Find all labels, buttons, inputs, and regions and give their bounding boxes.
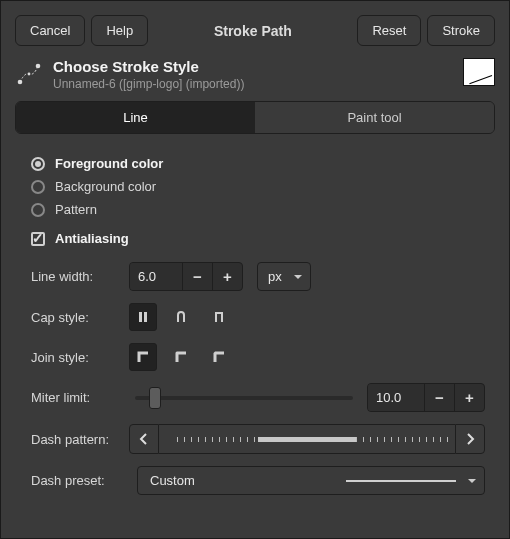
chevron-left-icon xyxy=(139,433,149,445)
join-bevel-button[interactable] xyxy=(205,343,233,371)
dash-preset-label: Dash preset: xyxy=(31,473,121,488)
miter-limit-label: Miter limit: xyxy=(31,390,121,405)
dialog-action-bar: Cancel Help Stroke Path Reset Stroke xyxy=(15,15,495,46)
header-subtitle: Unnamed-6 ([gimp-logo] (imported)) xyxy=(53,77,453,91)
line-settings-panel: Foreground color Background color Patter… xyxy=(15,146,495,501)
minus-icon: − xyxy=(435,389,444,406)
radio-label: Pattern xyxy=(55,202,97,217)
dash-pattern-label: Dash pattern: xyxy=(31,432,121,447)
cancel-button[interactable]: Cancel xyxy=(15,15,85,46)
radio-foreground-color[interactable]: Foreground color xyxy=(31,152,485,175)
cap-round-icon xyxy=(174,310,188,324)
radio-icon xyxy=(31,203,45,217)
dash-preset-dropdown[interactable]: Custom xyxy=(137,466,485,495)
dash-pattern-row: Dash pattern: /*pattern built visually b… xyxy=(31,418,485,460)
line-width-decrement[interactable]: − xyxy=(182,263,212,290)
join-miter-icon xyxy=(136,350,150,364)
radio-label: Foreground color xyxy=(55,156,163,171)
stroke-mode-tabs: Line Paint tool xyxy=(15,101,495,134)
dash-scroll-right[interactable] xyxy=(455,424,485,454)
cap-butt-button[interactable] xyxy=(129,303,157,331)
reset-button[interactable]: Reset xyxy=(357,15,421,46)
miter-limit-row: Miter limit: − + xyxy=(31,377,485,418)
dash-preset-row: Dash preset: Custom xyxy=(31,460,485,501)
minus-icon: − xyxy=(193,268,202,285)
header-title: Choose Stroke Style xyxy=(53,58,453,75)
slider-thumb[interactable] xyxy=(149,387,161,409)
check-label: Antialiasing xyxy=(55,231,129,246)
help-button[interactable]: Help xyxy=(91,15,148,46)
tab-line[interactable]: Line xyxy=(16,102,255,133)
cap-butt-icon xyxy=(136,310,150,324)
checkbox-antialiasing[interactable]: Antialiasing xyxy=(31,227,485,250)
path-icon xyxy=(15,60,43,88)
stroke-preview xyxy=(463,58,495,86)
plus-icon: + xyxy=(223,268,232,285)
miter-limit-spinner: − + xyxy=(367,383,485,412)
unit-value: px xyxy=(268,269,282,284)
cap-round-button[interactable] xyxy=(167,303,195,331)
miter-limit-increment[interactable]: + xyxy=(454,384,484,411)
join-style-label: Join style: xyxy=(31,350,121,365)
join-round-icon xyxy=(174,350,188,364)
svg-point-1 xyxy=(36,64,41,69)
svg-rect-4 xyxy=(144,312,147,322)
line-width-spinner: − + xyxy=(129,262,243,291)
miter-limit-decrement[interactable]: − xyxy=(424,384,454,411)
line-width-unit-dropdown[interactable]: px xyxy=(257,262,311,291)
dash-scroll-left[interactable] xyxy=(129,424,159,454)
plus-icon: + xyxy=(465,389,474,406)
line-width-label: Line width: xyxy=(31,269,121,284)
join-style-row: Join style: xyxy=(31,337,485,377)
join-miter-button[interactable] xyxy=(129,343,157,371)
dialog-header: Choose Stroke Style Unnamed-6 ([gimp-log… xyxy=(15,58,495,91)
cap-style-row: Cap style: xyxy=(31,297,485,337)
miter-limit-slider[interactable] xyxy=(135,396,353,400)
cap-style-label: Cap style: xyxy=(31,310,121,325)
radio-pattern[interactable]: Pattern xyxy=(31,198,485,221)
dash-pattern-editor[interactable]: /*pattern built visually below*/ xyxy=(159,424,455,454)
cap-square-button[interactable] xyxy=(205,303,233,331)
tab-paint-tool[interactable]: Paint tool xyxy=(255,102,494,133)
dash-preset-preview-line xyxy=(346,480,456,482)
cap-square-icon xyxy=(212,310,226,324)
svg-rect-3 xyxy=(139,312,142,322)
stroke-button[interactable]: Stroke xyxy=(427,15,495,46)
stroke-path-dialog: Cancel Help Stroke Path Reset Stroke Cho… xyxy=(0,0,510,539)
radio-background-color[interactable]: Background color xyxy=(31,175,485,198)
chevron-right-icon xyxy=(465,433,475,445)
line-width-increment[interactable]: + xyxy=(212,263,242,290)
dash-preset-value: Custom xyxy=(150,473,195,488)
check-icon xyxy=(31,232,45,246)
join-bevel-icon xyxy=(212,350,226,364)
radio-label: Background color xyxy=(55,179,156,194)
radio-icon xyxy=(31,180,45,194)
radio-icon xyxy=(31,157,45,171)
line-width-row: Line width: − + px xyxy=(31,256,485,297)
miter-limit-input[interactable] xyxy=(368,384,424,411)
join-round-button[interactable] xyxy=(167,343,195,371)
line-width-input[interactable] xyxy=(130,263,182,290)
dialog-title: Stroke Path xyxy=(154,16,351,46)
